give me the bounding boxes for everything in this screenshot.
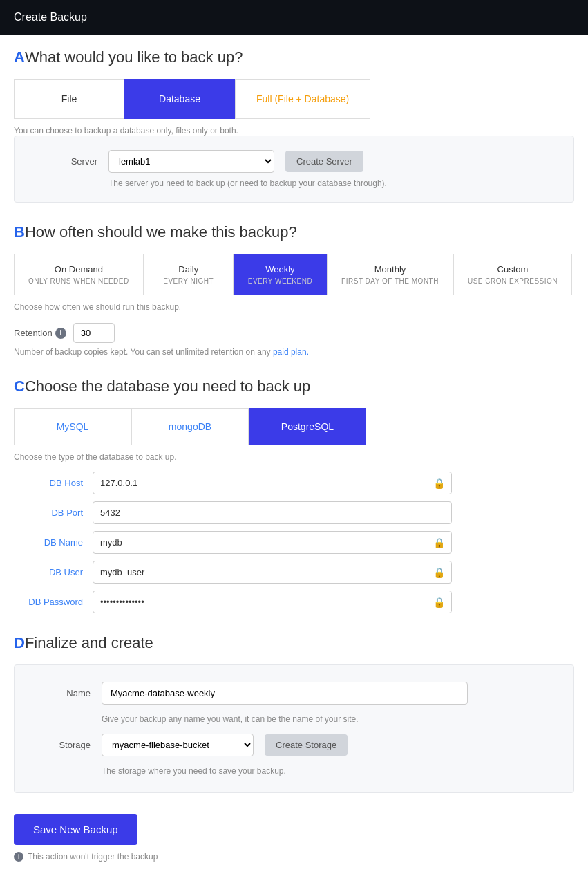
finalize-name-hint: Give your backup any name you want, it c…: [102, 714, 553, 724]
retention-input[interactable]: [73, 323, 115, 343]
top-bar: Create Backup: [0, 0, 588, 35]
retention-label: Retention: [14, 328, 53, 338]
section-b-title: BHow often should we make this backup?: [14, 223, 574, 241]
freq-on-demand[interactable]: On Demand ONLY RUNS WHEN NEEDED: [14, 254, 144, 295]
action-note-text: This action won't trigger the backup: [28, 852, 158, 862]
db-password-lock-icon: 🔒: [433, 597, 445, 608]
retention-hint: Number of backup copies kept. You can se…: [14, 347, 574, 357]
section-b: BHow often should we make this backup? O…: [14, 223, 574, 357]
action-note: i This action won't trigger the backup: [14, 852, 574, 862]
db-host-label: DB Host: [14, 478, 83, 488]
retention-row: Retention i: [14, 323, 574, 343]
db-password-input[interactable]: [93, 591, 452, 613]
finalize-name-label: Name: [35, 688, 91, 698]
db-port-input[interactable]: [93, 501, 452, 524]
db-type-buttons: MySQL mongoDB PostgreSQL: [14, 408, 574, 445]
db-host-row: DB Host 🔒: [14, 472, 574, 494]
backup-type-database[interactable]: Database: [124, 79, 235, 119]
db-user-row: DB User 🔒: [14, 561, 574, 584]
paid-plan-link[interactable]: paid plan.: [273, 347, 309, 357]
db-host-lock-icon: 🔒: [433, 478, 445, 489]
frequency-buttons: On Demand ONLY RUNS WHEN NEEDED Daily EV…: [14, 254, 574, 295]
db-password-row: DB Password 🔒: [14, 591, 574, 613]
section-a: AWhat would you like to back up? File Da…: [14, 48, 574, 203]
db-type-mysql[interactable]: MySQL: [14, 408, 131, 445]
db-name-lock-icon: 🔒: [433, 537, 445, 548]
db-port-row: DB Port: [14, 501, 574, 524]
freq-daily[interactable]: Daily EVERY NIGHT: [144, 254, 234, 295]
db-fields: DB Host 🔒 DB Port DB Name 🔒: [14, 472, 574, 613]
db-user-lock-icon: 🔒: [433, 567, 445, 578]
server-label: Server: [35, 156, 97, 167]
backup-type-full[interactable]: Full (File + Database): [235, 79, 370, 119]
action-note-icon: i: [14, 852, 23, 862]
freq-hint: Choose how often we should run this back…: [14, 302, 574, 312]
db-user-input[interactable]: [93, 561, 452, 584]
section-d-title: DFinalize and create: [14, 634, 574, 652]
db-type-postgresql[interactable]: PostgreSQL: [249, 408, 366, 445]
server-hint: The server you need to back up (or need …: [108, 178, 553, 188]
server-row: Server lemlab1 Create Server: [35, 150, 553, 173]
finalize-storage-label: Storage: [35, 740, 91, 750]
db-host-input[interactable]: [93, 472, 452, 494]
finalize-storage-row: Storage myacme-filebase-bucket Create St…: [35, 734, 553, 756]
create-server-button[interactable]: Create Server: [285, 151, 363, 172]
page-title: Create Backup: [14, 11, 87, 23]
section-a-title: AWhat would you like to back up?: [14, 48, 574, 66]
backup-type-file[interactable]: File: [14, 79, 124, 119]
finalize-name-input[interactable]: [102, 682, 468, 705]
section-d: DFinalize and create Name Give your back…: [14, 634, 574, 793]
finalize-storage-hint: The storage where you need to save your …: [102, 766, 553, 776]
storage-select[interactable]: myacme-filebase-bucket: [102, 734, 254, 756]
db-name-label: DB Name: [14, 537, 83, 548]
db-password-label: DB Password: [14, 597, 83, 607]
db-name-input[interactable]: [93, 531, 452, 554]
freq-monthly[interactable]: Monthly FIRST DAY OF THE MONTH: [327, 254, 453, 295]
backup-type-hint: You can choose to backup a database only…: [14, 126, 574, 136]
backup-type-buttons: File Database Full (File + Database): [14, 79, 574, 119]
section-c-title: CChoose the database you need to back up: [14, 378, 574, 396]
retention-info-icon[interactable]: i: [55, 328, 66, 339]
freq-weekly[interactable]: Weekly EVERY WEEKEND: [234, 254, 327, 295]
db-port-label: DB Port: [14, 508, 83, 518]
finalize-name-row: Name: [35, 682, 553, 705]
db-type-hint: Choose the type of the database to back …: [14, 452, 574, 462]
db-user-label: DB User: [14, 567, 83, 577]
db-name-row: DB Name 🔒: [14, 531, 574, 554]
finalize-block: Name Give your backup any name you want,…: [14, 664, 574, 793]
server-section: Server lemlab1 Create Server The server …: [14, 136, 574, 203]
db-type-mongodb[interactable]: mongoDB: [131, 408, 249, 445]
create-storage-button[interactable]: Create Storage: [265, 734, 348, 756]
section-c: CChoose the database you need to back up…: [14, 378, 574, 613]
server-select[interactable]: lemlab1: [108, 150, 274, 173]
freq-custom[interactable]: Custom USE CRON EXPRESSION: [453, 254, 572, 295]
save-new-backup-button[interactable]: Save New Backup: [14, 814, 137, 845]
